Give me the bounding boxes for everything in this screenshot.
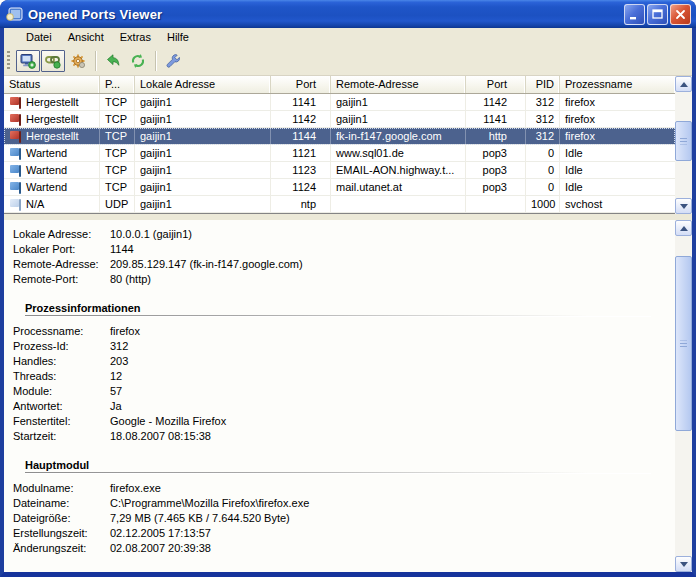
scroll-up-button[interactable] [675,220,692,236]
detail-row: Prozess-Id:312 [13,340,675,355]
process-section-title: Prozessinformationen [25,302,675,314]
protocol-cell: TCP [100,128,135,144]
scroll-up-button[interactable] [675,76,692,92]
app-window: Opened Ports Viewer DateiAnsichtExtrasHi… [0,0,696,577]
remote-address-cell: EMAIL-AON.highway.t... [331,162,466,178]
column-header[interactable]: Lokale Adresse [135,76,271,93]
scroll-down-button[interactable] [675,556,692,572]
detail-label: Fenstertitel: [13,415,110,430]
pid-cell: 312 [526,94,560,110]
detail-row: Module:57 [13,385,675,400]
column-header[interactable]: Prozessname [560,76,675,93]
column-header[interactable]: P... [100,76,135,93]
menu-ansicht[interactable]: Ansicht [60,28,112,47]
pid-cell: 0 [526,179,560,195]
detail-row: Handles:203 [13,355,675,370]
detail-label: Lokaler Port: [13,243,110,258]
services-button[interactable] [66,50,90,72]
detail-row: Erstellungszeit:02.12.2005 17:13:57 [13,527,675,542]
detail-label: Remote-Port: [13,273,110,288]
status-flag-icon [10,97,19,105]
detail-row: Remote-Adresse:209.85.129.147 (fk-in-f14… [13,258,675,273]
detail-row: Processname:firefox [13,325,675,340]
close-button[interactable] [670,4,691,25]
process-cell: firefox [560,111,675,127]
detail-value: Google - Mozilla Firefox [110,415,675,430]
pid-cell: 1000 [526,196,560,212]
detail-value: 7,29 MB (7.465 KB / 7.644.520 Byte) [110,512,675,527]
table-row[interactable]: HergestelltTCPgaijin11141gaijin11142312f… [4,94,675,111]
remote-port-cell [466,196,526,212]
connections-button[interactable] [41,50,65,72]
table-row[interactable]: HergestelltTCPgaijin11142gaijin11141312f… [4,111,675,128]
table-scrollbar[interactable] [675,76,692,214]
detail-value: Ja [110,400,675,415]
column-header[interactable]: Remote-Adresse [331,76,466,93]
status-cell: Hergestellt [4,111,100,127]
detail-row: Remote-Port:80 (http) [13,273,675,288]
table-row[interactable]: N/AUDPgaijin1ntp1000svchost [4,196,675,213]
scrollbar-thumb[interactable] [675,256,692,431]
local-port-cell: 1141 [271,94,331,110]
local-address-cell: gaijin1 [135,162,271,178]
menu-datei[interactable]: Datei [18,28,60,47]
detail-row: Dateigröße:7,29 MB (7.465 KB / 7.644.520… [13,512,675,527]
local-address-cell: gaijin1 [135,179,271,195]
table-row[interactable]: WartendTCPgaijin11124mail.utanet.atpop30… [4,179,675,196]
detail-row: Antwortet:Ja [13,400,675,415]
scroll-down-button[interactable] [675,198,692,214]
table-header-row: StatusP...Lokale AdressePortRemote-Adres… [4,76,675,94]
remote-computers-button[interactable] [16,50,40,72]
maximize-button[interactable] [647,4,668,25]
detail-value: 18.08.2007 08:15:38 [110,430,675,445]
detail-label: Processname: [13,325,110,340]
minimize-button[interactable] [624,4,645,25]
details-scrollbar[interactable] [675,220,692,572]
menu-hilfe[interactable]: Hilfe [159,28,197,47]
title-bar[interactable]: Opened Ports Viewer [0,0,696,28]
local-address-cell: gaijin1 [135,196,271,212]
table-body: HergestelltTCPgaijin11141gaijin11142312f… [4,94,675,213]
remote-port-cell: pop3 [466,145,526,161]
table-row[interactable]: HergestelltTCPgaijin11144fk-in-f147.goog… [4,128,675,145]
scrollbar-thumb[interactable] [675,121,692,161]
connection-info-block: Lokale Adresse:10.0.0.1 (gaijin1)Lokaler… [13,228,675,288]
table-row[interactable]: WartendTCPgaijin11123EMAIL-AON.highway.t… [4,162,675,179]
connections-table: StatusP...Lokale AdressePortRemote-Adres… [4,76,692,214]
options-button[interactable] [161,50,185,72]
detail-row: Änderungszeit:02.08.2007 20:39:38 [13,542,675,557]
back-button[interactable] [101,50,125,72]
local-port-cell: 1121 [271,145,331,161]
detail-label: Dateiname: [13,497,110,512]
column-header[interactable]: Status [4,76,100,93]
pid-cell: 312 [526,128,560,144]
client-area: DateiAnsichtExtrasHilfe [0,28,696,577]
detail-value: firefox.exe [110,482,675,497]
column-header[interactable]: Port [466,76,526,93]
protocol-cell: TCP [100,94,135,110]
menu-extras[interactable]: Extras [112,28,159,47]
toolbar-grip[interactable] [7,51,10,71]
local-address-cell: gaijin1 [135,94,271,110]
protocol-cell: UDP [100,196,135,212]
protocol-cell: TCP [100,179,135,195]
module-info-block: Modulname:firefox.exeDateiname:C:\Progra… [13,482,675,557]
detail-label: Module: [13,385,110,400]
status-cell: Wartend [4,145,100,161]
remote-address-cell [331,196,466,212]
remote-port-cell: pop3 [466,179,526,195]
column-header[interactable]: Port [271,76,331,93]
table-row[interactable]: WartendTCPgaijin11121www.sql01.depop30Id… [4,145,675,162]
pid-cell: 0 [526,145,560,161]
remote-address-cell: www.sql01.de [331,145,466,161]
detail-row: Dateiname:C:\Programme\Mozilla Firefox\f… [13,497,675,512]
refresh-button[interactable] [126,50,150,72]
maximize-icon [651,8,664,21]
column-header[interactable]: PID [526,76,560,93]
detail-row: Threads:12 [13,370,675,385]
detail-value: 10.0.0.1 (gaijin1) [110,228,675,243]
local-port-cell: 1124 [271,179,331,195]
pid-cell: 312 [526,111,560,127]
detail-value: 57 [110,385,675,400]
detail-row: Modulname:firefox.exe [13,482,675,497]
